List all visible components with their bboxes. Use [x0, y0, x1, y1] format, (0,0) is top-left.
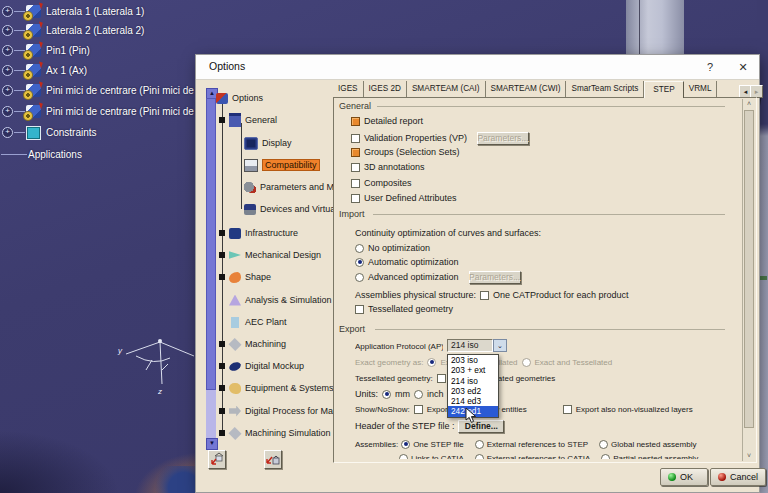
tree-item-analysis[interactable]: Analysis & Simulation: [229, 293, 332, 307]
tree-node-icon[interactable]: [219, 341, 225, 347]
help-icon[interactable]: ?: [701, 59, 719, 75]
checkbox-row-validation-properties[interactable]: Validation Properties (VP) Parameters...: [351, 132, 529, 144]
spec-tree-label[interactable]: Applications: [28, 149, 82, 160]
lock-settings-button[interactable]: [264, 450, 282, 469]
dropdown-option[interactable]: 203 + ext: [448, 365, 498, 375]
scrollbar-thumb[interactable]: [744, 110, 754, 428]
radio-row-advanced-optimization[interactable]: Advanced optimization Parameters...: [355, 271, 521, 283]
scroll-up-icon[interactable]: ˄: [744, 99, 754, 109]
checkbox-row-3d-annotations[interactable]: 3D annotations: [351, 161, 425, 173]
dropdown-option[interactable]: 203 iso: [448, 355, 498, 365]
tab-smarteam-cai[interactable]: SMARTEAM (CAI): [407, 81, 486, 97]
tab-step[interactable]: STEP: [644, 81, 683, 98]
radio-selected-icon[interactable]: [355, 258, 364, 267]
units-row[interactable]: Units: mm inch: [355, 388, 444, 400]
radio-selected-icon[interactable]: [401, 440, 410, 449]
checkbox-checked-icon[interactable]: [351, 148, 360, 157]
radio-icon[interactable]: [355, 273, 364, 282]
axis-triad-icon[interactable]: x y z: [112, 326, 204, 398]
tree-item-digital-process[interactable]: Digital Process for Manu: [219, 404, 343, 418]
radio-icon[interactable]: [414, 390, 423, 399]
tree-node-icon[interactable]: [219, 408, 225, 414]
radio-row-automatic-optimization[interactable]: Automatic optimization: [355, 256, 459, 268]
checkbox-icon[interactable]: [355, 305, 364, 314]
assemblies-options-row2[interactable]: Links to CATIA External references to CA…: [399, 452, 698, 459]
show-noshow-row[interactable]: Show/NoShow: Export also no-show entitie…: [355, 403, 693, 415]
spec-tree-label[interactable]: Laterala 1 (Laterala 1): [46, 6, 144, 17]
ap-combobox-value[interactable]: 214 iso: [447, 339, 493, 352]
settings-scrollbar[interactable]: ˄ ˅: [742, 99, 755, 461]
scroll-down-icon[interactable]: ˅: [744, 451, 754, 461]
tree-item-machining[interactable]: Machining: [219, 337, 286, 351]
spec-tree-item[interactable]: + Laterala 2 (Laterala 2): [2, 23, 144, 38]
tree-item-equipment[interactable]: Equipment & Systems: [219, 381, 334, 395]
radio-icon[interactable]: [399, 454, 408, 460]
expand-handle-icon[interactable]: +: [2, 45, 13, 56]
tree-node-icon[interactable]: [219, 117, 225, 123]
expand-handle-icon[interactable]: +: [2, 6, 13, 17]
tree-node-icon[interactable]: [219, 430, 225, 436]
spec-tree-item[interactable]: + Pin1 (Pin): [2, 43, 90, 58]
checkbox-icon[interactable]: [563, 405, 572, 414]
tree-node-icon[interactable]: [219, 274, 225, 280]
checkbox-icon[interactable]: [480, 291, 489, 300]
assemblies-structure-row[interactable]: Assemblies physical structure: One CATPr…: [355, 289, 628, 301]
reset-defaults-button[interactable]: [208, 450, 226, 469]
spec-tree-label[interactable]: Constraints: [46, 127, 97, 138]
assemblies-options-row1[interactable]: Assemblies: One STEP file External refer…: [355, 438, 696, 450]
tree-item-general[interactable]: General: [219, 113, 277, 127]
spec-tree-item[interactable]: + Ax 1 (Ax): [2, 63, 87, 78]
tree-item-shape[interactable]: Shape: [219, 270, 271, 284]
radio-icon[interactable]: [475, 454, 484, 460]
checkbox-row-uda[interactable]: User Defined Attributes: [351, 192, 457, 204]
dropdown-option[interactable]: 203 ed2: [448, 386, 498, 396]
radio-row-no-optimization[interactable]: No optimization: [355, 242, 430, 254]
expand-handle-icon[interactable]: +: [2, 65, 13, 76]
radio-icon[interactable]: [601, 454, 610, 460]
checkbox-row-composites[interactable]: Composites: [351, 177, 412, 189]
tree-item-options[interactable]: Options: [216, 91, 263, 105]
dialog-titlebar[interactable]: Options ? ✕: [196, 55, 759, 80]
expand-handle-icon[interactable]: +: [2, 106, 13, 117]
spec-tree-item-constraints[interactable]: + Constraints: [2, 125, 97, 140]
checkbox-icon[interactable]: [351, 179, 360, 188]
tree-item-machining-simulation[interactable]: Machining Simulation: [219, 426, 331, 440]
spec-tree-item[interactable]: + Laterala 1 (Laterala 1): [2, 4, 144, 19]
radio-selected-icon[interactable]: [382, 390, 391, 399]
tree-item-digital-mockup[interactable]: Digital Mockup: [219, 359, 304, 373]
expand-handle-icon[interactable]: +: [2, 25, 13, 36]
ap-combobox[interactable]: 214 iso ⌄: [447, 339, 507, 352]
combo-dropdown-icon[interactable]: ⌄: [493, 339, 507, 352]
cancel-button[interactable]: Cancel: [710, 468, 766, 486]
tab-iges[interactable]: IGES: [333, 81, 364, 97]
radio-icon[interactable]: [599, 440, 608, 449]
tab-iges-2d[interactable]: IGES 2D: [364, 81, 407, 97]
expand-handle-icon[interactable]: +: [2, 127, 13, 138]
tab-smarteam-cwi[interactable]: SMARTEAM (CWI): [486, 81, 567, 97]
checkbox-row-groups[interactable]: Groups (Selection Sets): [351, 146, 460, 158]
radio-icon[interactable]: [475, 440, 484, 449]
dropdown-option[interactable]: 214 iso: [448, 376, 498, 386]
checkbox-icon[interactable]: [351, 194, 360, 203]
scrollbar-thumb[interactable]: [206, 98, 216, 390]
checkbox-row-tessellated-geometry[interactable]: Tessellated geometry: [355, 303, 453, 315]
tab-smarteam-scripts[interactable]: SmarTeam Scripts: [566, 81, 644, 97]
spec-tree-label[interactable]: Ax 1 (Ax): [46, 65, 87, 76]
dropdown-option[interactable]: 214 ed3: [448, 396, 498, 406]
tree-item-infrastructure[interactable]: Infrastructure: [219, 226, 298, 240]
tree-item-mechanical-design[interactable]: Mechanical Design: [219, 248, 321, 262]
tree-item-aec-plant[interactable]: AEC Plant: [229, 315, 287, 329]
tree-item-display[interactable]: Display: [244, 136, 292, 150]
close-icon[interactable]: ✕: [734, 59, 752, 75]
checkbox-icon[interactable]: [414, 405, 423, 414]
checkbox-icon[interactable]: [437, 374, 446, 383]
checkbox-checked-icon[interactable]: [351, 117, 360, 126]
checkbox-row-detailed-report[interactable]: Detailed report: [351, 115, 423, 127]
ok-button[interactable]: OK: [660, 468, 708, 486]
tree-node-icon[interactable]: [219, 385, 225, 391]
tree-item-compatibility[interactable]: Compatibility: [244, 158, 320, 172]
tree-node-icon[interactable]: [219, 252, 225, 258]
checkbox-icon[interactable]: [351, 163, 360, 172]
scroll-down-icon[interactable]: ▼: [206, 438, 218, 450]
tree-node-icon[interactable]: [219, 230, 225, 236]
